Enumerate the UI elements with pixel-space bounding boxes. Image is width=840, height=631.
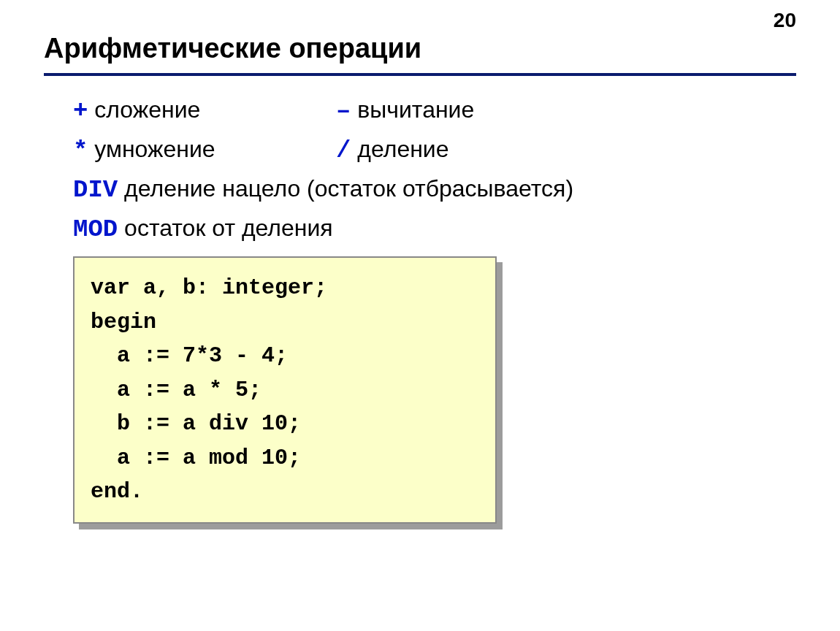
operator-row-3: DIV деление нацело (остаток отбрасываетс… — [73, 175, 796, 204]
title-underline — [44, 73, 796, 76]
plus-symbol: + — [73, 97, 88, 125]
minus-label: вычитание — [351, 96, 474, 123]
code-line-2: begin — [91, 310, 156, 334]
code-line-7: end. — [91, 479, 143, 504]
divide-label: деление — [351, 136, 448, 162]
div-keyword-label: деление нацело (остаток отбрасывается) — [118, 175, 573, 202]
minus-symbol: – — [336, 97, 351, 125]
code-line-3: a := 7*3 - 4; — [91, 343, 288, 368]
code-block: var a, b: integer; begin a := 7*3 - 4; a… — [73, 256, 497, 524]
slide-content: + сложение – вычитание * умножение / дел… — [44, 96, 796, 243]
operator-row-2: * умножение / деление — [73, 136, 796, 164]
mod-keyword: MOD — [73, 215, 118, 243]
page-number: 20 — [774, 9, 796, 32]
plus-label: сложение — [88, 96, 200, 123]
code-line-6: a := a mod 10; — [91, 445, 301, 470]
code-line-5: b := a div 10; — [91, 411, 301, 436]
operator-row-4: MOD остаток от деления — [73, 215, 796, 243]
code-example: var a, b: integer; begin a := 7*3 - 4; a… — [73, 256, 497, 524]
multiply-symbol: * — [73, 137, 88, 164]
slide-title: Арифметические операции — [44, 33, 796, 64]
divide-symbol: / — [336, 137, 351, 164]
code-line-1: var a, b: integer; — [91, 275, 327, 300]
mod-keyword-label: остаток от деления — [118, 215, 332, 241]
multiply-label: умножение — [88, 136, 215, 162]
code-line-4: a := a * 5; — [91, 378, 261, 402]
div-keyword: DIV — [73, 176, 118, 204]
operator-row-1: + сложение – вычитание — [73, 96, 796, 125]
